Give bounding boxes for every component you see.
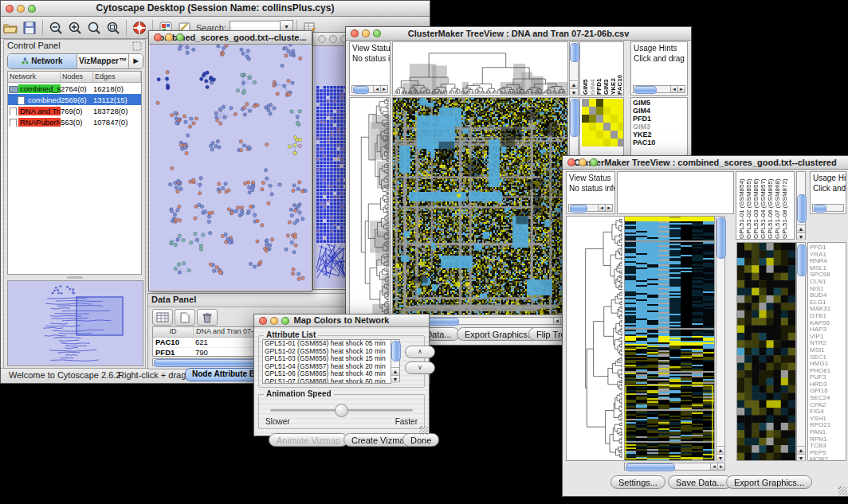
heatmap-vscrollbar[interactable]: ▲▼: [716, 216, 725, 461]
matrix-cell[interactable]: [618, 107, 624, 115]
hints-scrollbar[interactable]: ◂▸: [633, 85, 685, 93]
gene-label[interactable]: PAC10: [633, 139, 687, 147]
settings-button[interactable]: Settings...: [610, 475, 665, 489]
matrix-cell[interactable]: [618, 123, 624, 131]
matrix-cell[interactable]: [582, 115, 589, 123]
matrix-cell[interactable]: [582, 99, 589, 107]
matrix-cell[interactable]: [582, 107, 589, 115]
matrix-cell[interactable]: [582, 123, 589, 131]
close-button[interactable]: [567, 158, 575, 166]
network-row[interactable]: combined_scores 2764(0) 16218(0): [8, 83, 141, 94]
treeview2-titlebar[interactable]: ClusterMaker TreeView : combined_scores_…: [563, 156, 848, 170]
network1-titlebar[interactable]: combined_scores_good.txt--cluste...: [149, 31, 312, 45]
move-up-button[interactable]: ∧: [405, 346, 435, 358]
matrix-cell[interactable]: [603, 115, 610, 123]
column-dendrogram-empty[interactable]: [617, 171, 734, 214]
close-button[interactable]: [6, 5, 14, 13]
close-button[interactable]: [259, 317, 267, 325]
zoom-window-button[interactable]: [590, 158, 598, 166]
column-dendrogram[interactable]: [392, 41, 568, 96]
matrix-cell[interactable]: [589, 131, 596, 139]
column-label[interactable]: GPL51-01 (GSM854): [738, 172, 745, 239]
column-label[interactable]: GPL51-02 (GSM855): [745, 172, 752, 239]
matrix-cell[interactable]: [596, 139, 603, 147]
matrix-cell[interactable]: [603, 131, 610, 139]
zoom-in-icon[interactable]: [66, 19, 84, 36]
status-scrollbar[interactable]: ◂▸: [568, 204, 613, 212]
resize-grip[interactable]: [838, 486, 847, 495]
zoom-window-button[interactable]: [373, 29, 381, 37]
column-label[interactable]: GPL51-03 (GSM856): [752, 172, 760, 239]
network1-canvas-area[interactable]: [150, 45, 311, 290]
main-titlebar[interactable]: Cytoscape Desktop (Session Name: collins…: [1, 1, 430, 17]
close-button[interactable]: [351, 29, 359, 37]
col-header-edges[interactable]: Edges: [93, 72, 141, 82]
heatmap-main[interactable]: [624, 216, 715, 461]
matrix-cell[interactable]: [610, 107, 618, 115]
matrix-cell[interactable]: [610, 123, 618, 131]
column-label[interactable]: GIM5: [582, 42, 589, 95]
minimize-button[interactable]: [362, 29, 370, 37]
matrix-cell[interactable]: [596, 115, 603, 123]
tab-overflow-arrow[interactable]: ▶: [129, 54, 143, 68]
row-dendrogram[interactable]: [349, 97, 391, 315]
window-controls[interactable]: [318, 35, 348, 43]
matrix-cell[interactable]: [596, 123, 603, 131]
col-header-nodes[interactable]: Nodes: [61, 72, 93, 82]
minimize-button[interactable]: [270, 317, 278, 325]
network-row[interactable]: RNAPuberNov2+ 563(0) 107847(0): [8, 116, 141, 127]
matrix-cell[interactable]: [589, 99, 596, 107]
column-label[interactable]: PAC10: [616, 42, 623, 95]
matrix-cell[interactable]: [589, 107, 596, 115]
treeview1-titlebar[interactable]: ClusterMaker TreeView : DNA and Tran 07-…: [346, 27, 691, 41]
delete-attribute-trash-icon[interactable]: [197, 309, 218, 326]
attribute-listbox[interactable]: GPL51-01 (GSM854) heat shock 05 minGPL51…: [262, 339, 391, 384]
col-header-network[interactable]: Network: [8, 72, 61, 82]
column-label[interactable]: PFD1: [595, 42, 603, 95]
gene-label[interactable]: YKE2: [633, 131, 687, 139]
window-controls[interactable]: [351, 29, 381, 37]
hints-scrollbar[interactable]: [812, 204, 844, 212]
close-button[interactable]: [154, 33, 162, 41]
float-panel-icon[interactable]: [132, 41, 142, 51]
labels-vscrollbar[interactable]: ▲▼: [796, 171, 806, 240]
column-label[interactable]: GIM3: [603, 42, 610, 95]
row-dendrogram[interactable]: [566, 216, 624, 461]
matrix-cell[interactable]: [618, 115, 624, 123]
status-scrollbar[interactable]: ◂▸: [351, 85, 388, 93]
speed-slider-thumb[interactable]: [335, 404, 348, 417]
matrix-cell[interactable]: [596, 131, 603, 139]
matrix-cell[interactable]: [603, 99, 610, 107]
resize-grip[interactable]: [419, 426, 428, 435]
matrix-cell[interactable]: [603, 123, 610, 131]
window-controls[interactable]: [567, 158, 598, 166]
column-label[interactable]: GPL51-04 (GSM857): [760, 172, 767, 239]
heatmap-hscrollbar[interactable]: ◂▸: [624, 463, 725, 471]
network-row[interactable]: combined_sco 2569(6) 13112(15): [8, 94, 141, 105]
attribute-list-scrollbar[interactable]: ▲▼: [391, 339, 400, 382]
zoom-window-button[interactable]: [28, 5, 36, 13]
gene-label[interactable]: GIM4: [633, 107, 687, 115]
zoom-vscrollbar[interactable]: ▲▼: [796, 242, 806, 461]
matrix-cell[interactable]: [610, 139, 618, 147]
matrix-cell[interactable]: [589, 115, 596, 123]
matrix-cell[interactable]: [603, 107, 610, 115]
matrix-cell[interactable]: [589, 139, 596, 147]
tab-vizmapper[interactable]: VizMapper™: [77, 54, 129, 68]
column-label[interactable]: GPL51-08 (GSM872): [781, 172, 788, 239]
zoom-window-button[interactable]: [281, 317, 289, 325]
animate-vizmap-button[interactable]: Animate Vizmap: [269, 433, 348, 447]
tab-network[interactable]: Network: [8, 54, 77, 68]
matrix-cell[interactable]: [596, 107, 603, 115]
minimize-button[interactable]: [579, 158, 587, 166]
heatmap-main[interactable]: [392, 97, 568, 315]
col-header-id[interactable]: ID: [153, 327, 194, 337]
zoom-window-button[interactable]: [176, 33, 184, 41]
attribute-select-icon[interactable]: [152, 309, 173, 326]
matrix-cell[interactable]: [618, 139, 624, 147]
attribute-item[interactable]: GPL51-07 (GSM868) heat shock 60 min: [263, 378, 391, 385]
matrix-cell[interactable]: [610, 131, 618, 139]
window-controls[interactable]: [259, 317, 289, 325]
gene-label[interactable]: GIM3: [633, 123, 687, 131]
matrix-cell[interactable]: [618, 131, 624, 139]
